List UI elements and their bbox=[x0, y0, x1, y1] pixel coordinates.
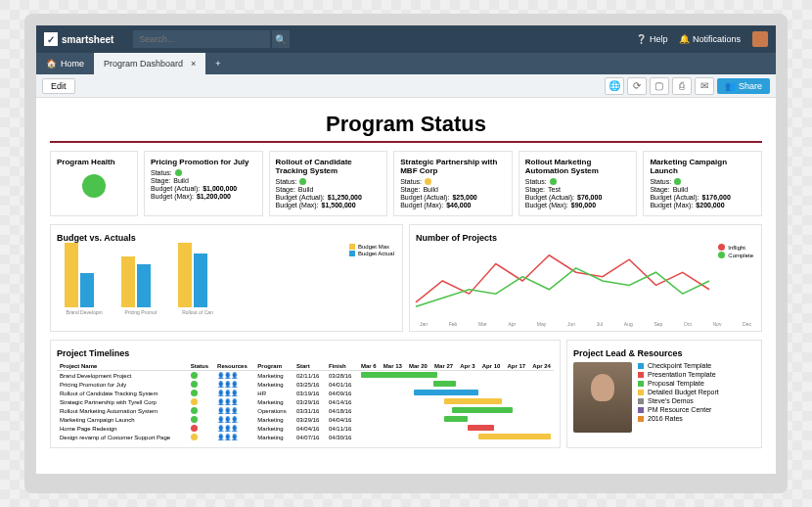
legend-swatch bbox=[349, 251, 355, 256]
projects-chart-title: Number of Projects bbox=[416, 233, 755, 243]
email-icon: ✉ bbox=[700, 80, 708, 91]
table-row[interactable]: Design revamp of Customer Support Page 👤… bbox=[57, 433, 554, 441]
gantt-bar bbox=[478, 434, 551, 439]
refresh-button[interactable]: ⟳ bbox=[627, 77, 647, 95]
card-title: Pricing Promotion for July bbox=[151, 158, 256, 166]
bar bbox=[137, 264, 151, 307]
table-row[interactable]: Home Page Redesign 👤👤👤Marketing04/04/160… bbox=[57, 424, 554, 433]
toolbar: Edit 🌐 ⟳ ▢ ⎙ ✉ 👥Share bbox=[36, 74, 776, 98]
globe-button[interactable]: 🌐 bbox=[605, 77, 624, 95]
resource-swatch bbox=[638, 407, 644, 413]
col-header: Status bbox=[188, 362, 214, 371]
col-header: Finish bbox=[326, 362, 358, 371]
budget-chart-title: Budget vs. Actuals bbox=[57, 233, 396, 243]
legend-swatch bbox=[718, 252, 725, 258]
line-chart-xlabels: JanFebMarAprMayJunJulAugSepOctNovDec bbox=[416, 321, 755, 327]
title-rule bbox=[50, 141, 762, 143]
table-row[interactable]: Pricing Promotion for July 👤👤👤Marketing0… bbox=[57, 380, 554, 389]
chart-line bbox=[416, 268, 709, 306]
gantt-bar bbox=[444, 416, 467, 422]
bar-chart-area: Brand Developm Pricing Promot Rollout of… bbox=[57, 247, 396, 315]
resource-link[interactable]: Proposal Template bbox=[638, 380, 755, 387]
notifications-link[interactable]: 🔔 Notifications bbox=[679, 34, 741, 44]
app-window: ✓ smartsheet 🔍 ❔ Help 🔔 Notifications 🏠H… bbox=[24, 14, 788, 493]
print-icon: ⎙ bbox=[679, 80, 685, 91]
plus-icon: + bbox=[215, 59, 220, 69]
present-button[interactable]: ▢ bbox=[650, 77, 669, 95]
people-icon: 👥 bbox=[725, 81, 736, 91]
status-row: Program Health Pricing Promotion for Jul… bbox=[50, 151, 762, 216]
status-dot bbox=[191, 407, 198, 414]
project-card: Pricing Promotion for July Status: Stage… bbox=[144, 151, 263, 216]
budget-legend: Budget Max Budget Actual bbox=[349, 243, 394, 257]
table-row[interactable]: Strategic Partnership with Tyrell Corp 👤… bbox=[57, 397, 554, 406]
project-card: Strategic Partnership with MBF Corp Stat… bbox=[393, 151, 513, 216]
project-card: Rollout Marketing Automation System Stat… bbox=[519, 151, 638, 216]
tab-home[interactable]: 🏠Home bbox=[36, 53, 94, 74]
edit-button[interactable]: Edit bbox=[42, 78, 75, 94]
page-title: Program Status bbox=[50, 112, 762, 137]
resource-link[interactable]: 2016 Rates bbox=[638, 415, 755, 422]
email-button[interactable]: ✉ bbox=[695, 77, 714, 95]
table-row[interactable]: Rollout of Candidate Tracking System 👤👤👤… bbox=[57, 389, 554, 397]
legend-swatch bbox=[349, 244, 355, 250]
resource-swatch bbox=[638, 398, 644, 404]
card-title: Rollout Marketing Automation System bbox=[525, 158, 631, 175]
card-title: Marketing Campaign Launch bbox=[650, 158, 755, 175]
topbar-right: ❔ Help 🔔 Notifications bbox=[636, 31, 768, 47]
resource-link[interactable]: Detailed Budget Report bbox=[638, 389, 755, 395]
table-row[interactable]: Rollout Marketing Automation System 👤👤👤O… bbox=[57, 406, 554, 415]
card-title: Strategic Partnership with MBF Corp bbox=[400, 158, 506, 175]
tab-add[interactable]: + bbox=[205, 53, 227, 74]
help-link[interactable]: ❔ Help bbox=[636, 34, 667, 44]
lead-resources-panel: Project Lead & Resources Checkpoint Temp… bbox=[566, 340, 762, 448]
bottom-row: Project Timelines Project NameStatusReso… bbox=[50, 340, 762, 448]
share-button[interactable]: 👥Share bbox=[717, 78, 770, 94]
monitor-icon: ▢ bbox=[654, 80, 663, 91]
project-card: Marketing Campaign Launch Status: Stage:… bbox=[643, 151, 762, 216]
logo-mark-icon: ✓ bbox=[44, 32, 58, 46]
table-row[interactable]: Brand Development Project 👤👤👤Marketing02… bbox=[57, 371, 554, 381]
user-avatar[interactable] bbox=[752, 31, 768, 47]
resource-link[interactable]: Checkpoint Template bbox=[638, 362, 755, 369]
lead-title: Project Lead & Resources bbox=[573, 348, 755, 358]
col-header: Project Name bbox=[57, 362, 188, 371]
resource-swatch bbox=[638, 416, 644, 422]
status-dot bbox=[299, 178, 306, 185]
search-button[interactable]: 🔍 bbox=[272, 30, 290, 48]
project-cards: Pricing Promotion for July Status: Stage… bbox=[144, 151, 762, 216]
gantt-bar bbox=[414, 390, 478, 395]
bar bbox=[178, 243, 192, 307]
resource-link[interactable]: Steve's Demos bbox=[638, 397, 755, 404]
print-button[interactable]: ⎙ bbox=[672, 77, 692, 95]
home-icon: 🏠 bbox=[46, 59, 57, 69]
close-icon[interactable]: × bbox=[191, 59, 196, 69]
gantt-bar bbox=[468, 425, 494, 431]
status-dot bbox=[550, 178, 557, 185]
legend-swatch bbox=[718, 244, 725, 251]
status-dot bbox=[191, 416, 198, 423]
table-row[interactable]: Marketing Campaign Launch 👤👤👤Marketing03… bbox=[57, 415, 554, 424]
tabbar: 🏠Home Program Dashboard × + bbox=[36, 53, 776, 74]
health-title: Program Health bbox=[57, 158, 131, 166]
search-input[interactable] bbox=[133, 30, 270, 48]
resource-link[interactable]: Presentation Template bbox=[638, 371, 755, 378]
search-box: 🔍 bbox=[133, 30, 290, 48]
status-dot bbox=[191, 381, 198, 388]
resource-link[interactable]: PM Resource Center bbox=[638, 406, 755, 413]
status-dot bbox=[191, 434, 198, 440]
line-chart-area bbox=[416, 247, 755, 315]
bar bbox=[80, 273, 94, 307]
brand-logo[interactable]: ✓ smartsheet bbox=[44, 32, 113, 46]
resource-swatch bbox=[638, 372, 644, 378]
timelines-table: Project NameStatusResourcesProgramStartF… bbox=[57, 362, 554, 441]
tab-dashboard[interactable]: Program Dashboard × bbox=[94, 53, 205, 74]
gantt-bar bbox=[444, 398, 501, 404]
status-dot bbox=[191, 390, 198, 396]
gantt-bar bbox=[361, 372, 437, 378]
resource-swatch bbox=[638, 381, 644, 387]
resource-swatch bbox=[638, 363, 644, 369]
budget-chart: Budget vs. Actuals Brand Developm Pricin… bbox=[50, 224, 403, 332]
status-dot bbox=[175, 169, 182, 176]
charts-row: Budget vs. Actuals Brand Developm Pricin… bbox=[50, 224, 762, 332]
